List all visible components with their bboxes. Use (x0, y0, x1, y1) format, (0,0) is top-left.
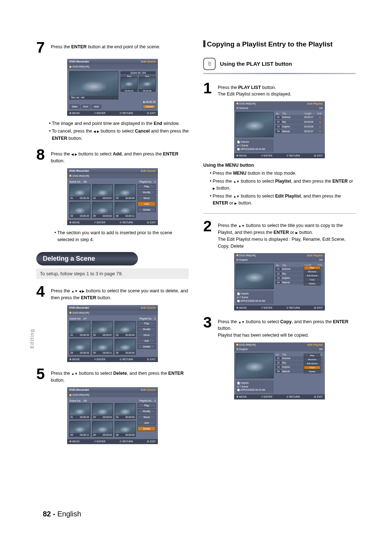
menu-modify[interactable]: Modify (138, 190, 156, 195)
step-number: 5 (36, 366, 47, 382)
menu-add[interactable]: Add (138, 338, 156, 343)
menu-modify[interactable]: Modify (138, 327, 156, 332)
left-column: 7 Press the ENTER button at the end poin… (36, 40, 189, 448)
osd-mode: Add Scene (141, 60, 156, 63)
step-3: 3 Press the ▲▼ buttons to select Copy, a… (203, 315, 356, 339)
side-tab-editing: Editing (29, 329, 35, 349)
menu-delete[interactable]: Delete (304, 282, 320, 285)
step-number: 7 (36, 40, 47, 55)
menu-editscene[interactable]: Edit Scene (304, 274, 320, 277)
using-playlist-row: ☰ Using the PLAY LIST button (203, 58, 356, 70)
menu-editscene[interactable]: Edit Scene (304, 362, 320, 365)
bullets-7: The image and end point time are display… (36, 120, 189, 142)
menu-bullets: Press the MENU button in the stop mode. … (210, 170, 356, 207)
foot-exit: ⊟ EXIT (147, 112, 156, 115)
osd-edit-playlist-3: DVD-RW(VR)Edit Playlist ☰ Dolphin3/4 📄 D… (234, 342, 325, 399)
step-5: 5 Press the ▲▼ buttons to select Delete,… (36, 366, 189, 384)
menu-delete[interactable]: Delete (304, 370, 320, 373)
menu-play[interactable]: Play (138, 403, 156, 408)
step-number: 4 (36, 284, 47, 299)
step-text: Press the ENTER button at the end point … (51, 40, 160, 50)
menu-modify[interactable]: Modify (138, 409, 156, 414)
step-number: 2 (203, 219, 214, 234)
osd-edit-scene-1: DVD-RecorderEdit Scene DVD-RW(VR) Scene … (67, 168, 158, 225)
page-footer: 82 - English (43, 510, 81, 518)
disc-icon (236, 102, 238, 105)
step-number: 8 (36, 147, 47, 162)
menu-rename[interactable]: Rename (304, 358, 320, 361)
disc-icon (236, 254, 238, 256)
step-4: 4 Press the ▲▼ ◀ ▶ buttons to select the… (36, 284, 189, 301)
section-copying-playlist: Copying a Playlist Entry to the Playlist (203, 40, 356, 49)
note-text: The section you want to add is inserted … (54, 230, 189, 244)
enter-label: ENTER (71, 44, 86, 49)
thumbs: 0100:00:26 0200:00:07 0300:00:04 0400:00… (69, 184, 136, 218)
menu-add[interactable]: Add (138, 421, 156, 425)
t: button at the end point of the scene. (87, 44, 160, 49)
menu-move[interactable]: Move (138, 415, 156, 419)
menu-play[interactable]: Play (304, 266, 320, 269)
step-text: Press the PLAY LIST button. The Edit Pla… (218, 81, 291, 98)
scene-menu: Play Modify Move Add Delete (138, 184, 156, 218)
title-list-label: Title List : 4/6 (70, 96, 84, 99)
step-7: 7 Press the ENTER button at the end poin… (36, 40, 189, 55)
popup-menu: Play Rename Edit Scene Copy Delete (304, 266, 320, 285)
menu-delete[interactable]: Delete (138, 207, 156, 212)
disc-icon (69, 312, 72, 314)
step-2: 2 Press the ▲▼ buttons to select the tit… (203, 219, 356, 249)
total-time: 00:00:35 (146, 101, 156, 103)
disc-type: DVD-RW(VR) (73, 65, 89, 68)
btn-cancel[interactable]: Cancel (143, 105, 156, 109)
using-playlist-head: Using the PLAY LIST button (220, 61, 292, 67)
osd-edit-playlist-2: DVD-RW(VR)Edit Playlist ☰ Dolphin3/4 📄 D… (234, 253, 325, 310)
step-text: Press the ▲▼ buttons to select the title… (218, 219, 356, 249)
divider (203, 73, 356, 74)
t: DVD-RW(VR) (73, 174, 89, 178)
menu-delete[interactable]: Delete (138, 344, 156, 349)
t: 00:00:15 (121, 90, 138, 92)
btn-add[interactable]: Add (91, 105, 101, 109)
osd-edit-scene-2: DVD-RecorderEdit Scene DVD-RW(VR) Scene … (67, 305, 158, 362)
page-language: English (57, 510, 81, 518)
menu-play[interactable]: Play (138, 184, 156, 189)
page-number: 82 - (43, 510, 55, 518)
menu-rename[interactable]: Rename (304, 270, 320, 273)
osd-add-scene: DVD-Recorder Add Scene DVD-RW(VR) Title … (67, 59, 158, 116)
menu-copy[interactable]: Copy (304, 278, 320, 281)
menu-play[interactable]: Play (304, 354, 320, 357)
osd-title: DVD-Recorder (69, 60, 89, 63)
menu-move[interactable]: Move (138, 333, 156, 337)
using-menu-head: Using the MENU button (203, 163, 356, 168)
btn-end[interactable]: End (81, 105, 90, 109)
disc-icon (69, 66, 72, 68)
step-text: Press the ▲▼ buttons to select Copy, and… (218, 315, 356, 339)
step-text: Press the ◀ ▶ buttons to select Add, and… (51, 147, 189, 165)
section-deleting-scene: Deleting a Scene (36, 252, 138, 265)
step-1: 1 Press the PLAY LIST button. The Edit P… (203, 81, 356, 98)
disc-icon (236, 344, 238, 346)
step-8: 8 Press the ◀ ▶ buttons to select Add, a… (36, 147, 189, 165)
foot-return: ↺ RETURN (119, 112, 133, 115)
setup-line: To setup, follow steps 1 to 3 in page 79… (36, 268, 189, 279)
menu-delete[interactable]: Delete (138, 426, 156, 431)
osd-edit-playlist-1: DVD-RW(VR)Edit Playlist ☰ Science1/4 📄 S… (234, 101, 325, 158)
t: Press the (51, 44, 71, 49)
scene-no: Scene No. 004 (121, 71, 156, 74)
menu-copy[interactable]: Copy (304, 366, 320, 369)
step-number: 1 (203, 81, 214, 96)
disc-icon (69, 394, 72, 396)
step-text: Press the ▲▼ ◀ ▶ buttons to select the s… (51, 284, 189, 301)
foot-enter: ⏎ ENTER (94, 112, 106, 115)
note-8: The section you want to add is inserted … (36, 230, 189, 244)
accent-bar (203, 40, 205, 47)
t: DVD-Recorder (69, 169, 89, 172)
popup-menu: Play Rename Edit Scene Copy Delete (304, 354, 320, 373)
menu-play[interactable]: Play (138, 321, 156, 326)
disc-icon (69, 175, 72, 177)
divider (203, 213, 356, 214)
menu-add[interactable]: Add (138, 202, 156, 206)
playlist-button-icon: ☰ (203, 58, 216, 70)
t: 00:00:35 (139, 90, 156, 92)
menu-move[interactable]: Move (138, 196, 156, 200)
btn-start[interactable]: Start (69, 105, 80, 109)
